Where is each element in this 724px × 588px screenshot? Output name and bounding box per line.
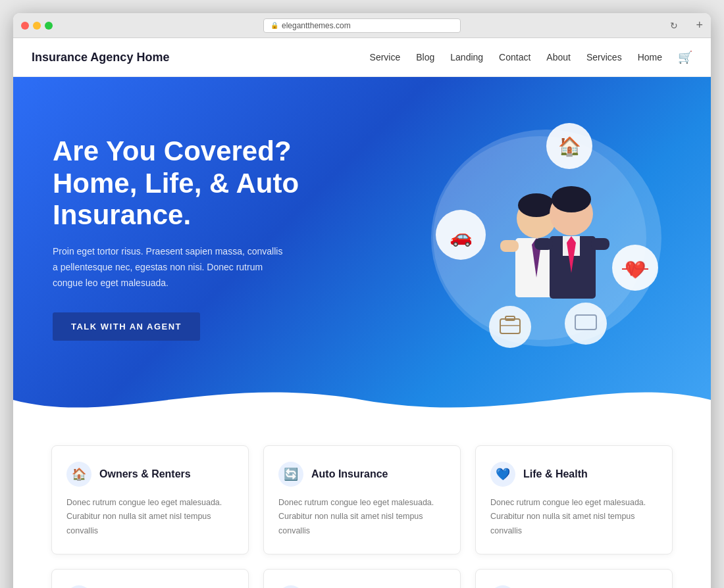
website-content: Insurance Agency Home Service Blog Landi… bbox=[13, 38, 711, 588]
cards-row-2: 🌐 Travel Insurance Donec rutrum congue l… bbox=[39, 569, 685, 588]
card-owners-renters: 🏠 Owners & Renters Donec rutrum congue l… bbox=[51, 445, 249, 554]
card-header-umbrella: ☂ Umbrella Policies bbox=[278, 585, 446, 588]
cart-icon[interactable]: 🛒 bbox=[678, 50, 692, 64]
home-icon: 🏠 bbox=[66, 462, 91, 487]
lock-icon: 🔒 bbox=[271, 22, 278, 29]
svg-point-11 bbox=[489, 306, 531, 348]
navbar: Insurance Agency Home Service Blog Landi… bbox=[13, 38, 711, 77]
card-header-auto: 🔄 Auto Insurance bbox=[278, 462, 446, 487]
card-text-auto: Donec rutrum congue leo eget malesuada. … bbox=[278, 496, 446, 538]
hero-wave bbox=[13, 374, 711, 426]
url-bar[interactable]: 🔒 elegantthemes.com bbox=[263, 18, 461, 33]
maximize-button[interactable] bbox=[45, 22, 53, 30]
card-header-owners: 🏠 Owners & Renters bbox=[66, 462, 234, 487]
minimize-button[interactable] bbox=[33, 22, 41, 30]
travel-icon: 🌐 bbox=[66, 585, 91, 588]
hero-title: Are You Covered? Home, Life, & Auto Insu… bbox=[53, 135, 362, 231]
health-icon: 💙 bbox=[490, 462, 515, 487]
card-travel-insurance: 🌐 Travel Insurance Donec rutrum congue l… bbox=[51, 569, 249, 588]
brand-logo[interactable]: Insurance Agency Home bbox=[32, 51, 169, 64]
nav-service[interactable]: Service bbox=[370, 52, 401, 62]
card-text-owners: Donec rutrum congue leo eget malesuada. … bbox=[66, 496, 234, 538]
svg-rect-27 bbox=[591, 238, 609, 250]
nav-blog[interactable]: Blog bbox=[416, 52, 434, 62]
nav-links: Service Blog Landing Contact About Servi… bbox=[370, 50, 692, 64]
card-personal-items: 🛡 Personal Items Donec rutrum congue leo… bbox=[475, 569, 673, 588]
card-header-health: 💙 Life & Health bbox=[490, 462, 658, 487]
nav-home[interactable]: Home bbox=[638, 52, 662, 62]
svg-point-8 bbox=[565, 303, 607, 345]
illustration-svg: 🏠 🚗 ❤️ bbox=[408, 116, 671, 360]
nav-contact[interactable]: Contact bbox=[499, 52, 530, 62]
svg-rect-26 bbox=[534, 238, 553, 250]
svg-point-22 bbox=[552, 186, 591, 212]
new-tab-button[interactable]: + bbox=[696, 18, 703, 32]
browser-titlebar: 🔒 elegantthemes.com ↻ + bbox=[13, 13, 711, 38]
card-header-travel: 🌐 Travel Insurance bbox=[66, 585, 234, 588]
personal-icon: 🛡 bbox=[490, 585, 515, 588]
cards-row-1: 🏠 Owners & Renters Donec rutrum congue l… bbox=[39, 445, 685, 554]
refresh-button[interactable]: ↻ bbox=[670, 20, 678, 31]
browser-window: 🔒 elegantthemes.com ↻ + Insurance Agency… bbox=[13, 13, 711, 588]
card-title-auto: Auto Insurance bbox=[311, 468, 388, 480]
url-text: elegantthemes.com bbox=[282, 21, 351, 30]
hero-illustration: 🏠 🚗 ❤️ bbox=[362, 116, 671, 360]
umbrella-icon: ☂ bbox=[278, 585, 303, 588]
card-text-health: Donec rutrum congue leo eget malesuada. … bbox=[490, 496, 658, 538]
nav-services[interactable]: Services bbox=[586, 52, 622, 62]
svg-point-16 bbox=[518, 193, 555, 217]
hero-content: Are You Covered? Home, Life, & Auto Insu… bbox=[53, 135, 362, 340]
card-life-health: 💙 Life & Health Donec rutrum congue leo … bbox=[475, 445, 673, 554]
traffic-lights bbox=[21, 22, 53, 30]
auto-icon: 🔄 bbox=[278, 462, 303, 487]
nav-about[interactable]: About bbox=[546, 52, 571, 62]
card-umbrella-policies: ☂ Umbrella Policies Donec rutrum congue … bbox=[263, 569, 461, 588]
card-title-health: Life & Health bbox=[523, 468, 588, 480]
card-title-owners: Owners & Renters bbox=[99, 468, 191, 480]
card-auto-insurance: 🔄 Auto Insurance Donec rutrum congue leo… bbox=[263, 445, 461, 554]
svg-rect-19 bbox=[500, 240, 519, 252]
card-header-personal: 🛡 Personal Items bbox=[490, 585, 658, 588]
cards-section: 🏠 Owners & Renters Donec rutrum congue l… bbox=[13, 426, 711, 588]
svg-text:🏠: 🏠 bbox=[558, 135, 581, 157]
cta-button[interactable]: TALK WITH AN AGENT bbox=[53, 312, 200, 341]
hero-section: Are You Covered? Home, Life, & Auto Insu… bbox=[13, 77, 711, 426]
svg-text:🚗: 🚗 bbox=[450, 226, 473, 247]
hero-description: Proin eget tortor risus. Praesent sapien… bbox=[53, 244, 290, 291]
nav-landing[interactable]: Landing bbox=[450, 52, 483, 62]
close-button[interactable] bbox=[21, 22, 29, 30]
